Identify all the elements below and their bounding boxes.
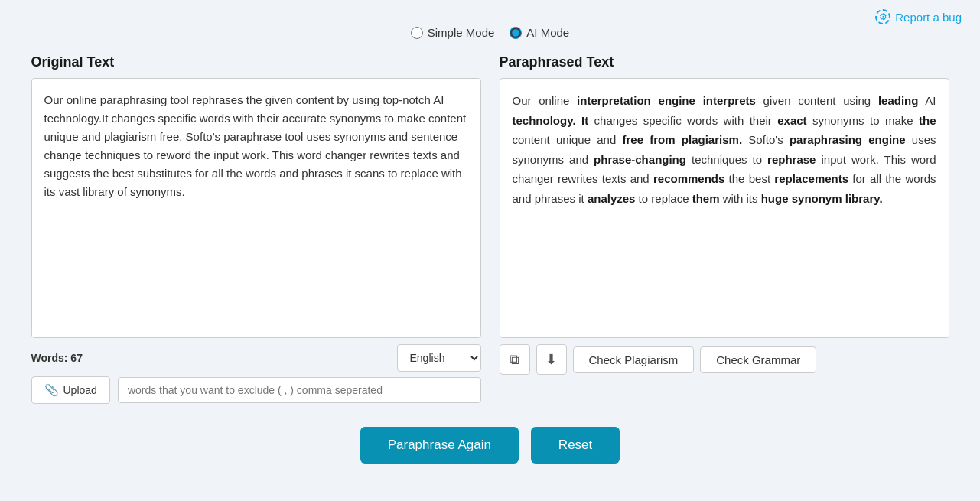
ai-mode-option[interactable]: AI Mode [510,26,569,39]
ai-mode-radio[interactable] [510,27,522,39]
language-select[interactable]: English Spanish French German Italian [397,344,481,372]
paraphrased-text-box: Our online interpretation engine interpr… [500,78,949,338]
changed-word: technology. It [513,114,589,127]
changed-word: interpretation engine interprets [577,94,756,107]
footer-buttons: Paraphrase Again Reset [0,427,980,464]
paperclip-icon: 📎 [44,383,59,397]
changed-word: them [692,192,720,205]
changed-word: exact [777,114,806,127]
download-icon: ⬇ [545,351,557,368]
word-count-value: 67 [70,352,83,364]
check-plagiarism-button[interactable]: Check Plagiarism [573,346,695,373]
changed-word: huge synonym library. [761,192,883,205]
simple-mode-radio[interactable] [411,27,423,39]
report-bug-button[interactable]: ⚙ Report a bug [875,9,962,24]
changed-word: recommends [653,172,724,185]
original-text-input[interactable]: Our online paraphrasing tool rephrases t… [32,79,480,337]
changed-word: the [919,114,936,127]
main-content: Original Text Our online paraphrasing to… [16,54,965,404]
changed-word: leading [878,94,919,107]
download-button[interactable]: ⬇ [536,344,567,375]
upload-button[interactable]: 📎 Upload [31,376,110,404]
mode-selector: Simple Mode AI Mode [411,26,569,39]
changed-word: phrase-changing [594,153,686,166]
reset-button[interactable]: Reset [531,427,620,464]
check-grammar-button[interactable]: Check Grammar [700,346,816,373]
simple-mode-label: Simple Mode [428,26,495,39]
original-action-bar: 📎 Upload [31,376,481,404]
report-bug-label: Report a bug [895,11,962,24]
exclude-words-input[interactable] [118,377,481,403]
changed-word: free from plagiarism. [623,133,743,146]
changed-word: replacements [774,172,848,185]
upload-label: Upload [63,384,97,396]
changed-word: paraphrasing engine [790,133,906,146]
bug-icon: ⚙ [875,9,890,24]
paraphrased-action-bar: ⧉ ⬇ Check Plagiarism Check Grammar [500,344,949,375]
original-bottom-bar: Words: 67 English Spanish French German … [31,344,481,372]
changed-word: analyzes [588,192,636,205]
changed-word: rephrase [767,153,816,166]
copy-button[interactable]: ⧉ [500,344,530,375]
simple-mode-option[interactable]: Simple Mode [411,26,495,39]
original-text-container: Our online paraphrasing tool rephrases t… [31,78,481,338]
original-panel-title: Original Text [31,54,481,70]
paraphrase-again-button[interactable]: Paraphrase Again [360,427,519,464]
paraphrased-panel-title: Paraphrased Text [500,54,949,70]
word-count: Words: 67 [31,352,83,364]
paraphrased-panel: Paraphrased Text Our online interpretati… [500,54,949,404]
copy-icon: ⧉ [510,352,519,368]
word-count-label: Words: [31,352,68,364]
ai-mode-label: AI Mode [526,26,569,39]
original-panel: Original Text Our online paraphrasing to… [31,54,481,404]
